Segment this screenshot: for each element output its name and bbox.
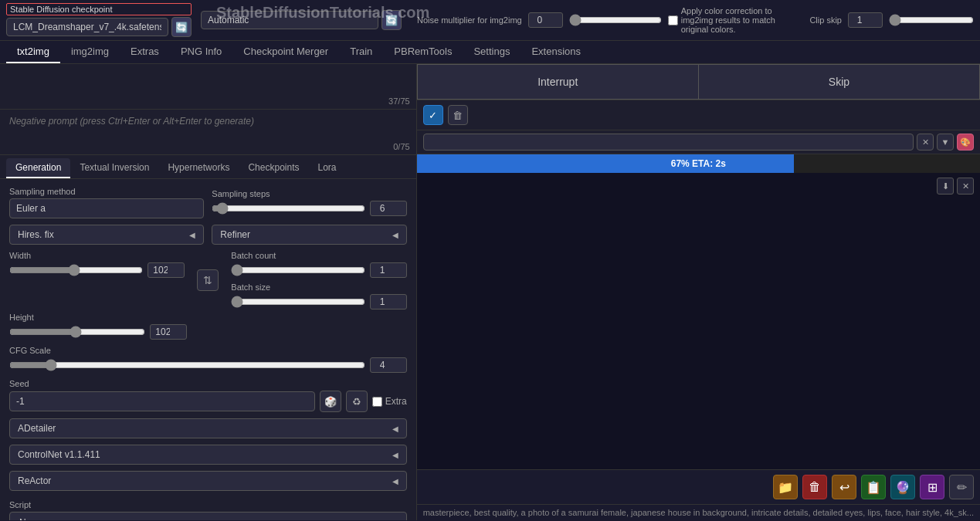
sampling-steps-slider[interactable] [212, 202, 365, 215]
clip-slider[interactable] [889, 14, 974, 26]
gen-tab-hypernetworks[interactable]: Hypernetworks [158, 158, 239, 178]
prompt-textarea[interactable] [0, 64, 416, 107]
tab-checkpoint-merger[interactable]: Checkpoint Merger [232, 41, 339, 63]
edit-btn[interactable]: ✏ [949, 475, 974, 499]
color-clear-btn[interactable]: ✕ [917, 134, 934, 151]
checkpoint-dropdown: LCM_Dreamshaper_v7_.4k.safetensors [84fe… [6, 17, 192, 37]
gen-tab-generation[interactable]: Generation [6, 158, 70, 178]
batch-count-slider[interactable] [231, 264, 365, 276]
checkpoint-refresh-btn[interactable]: 🔄 [171, 17, 192, 37]
tab-extras[interactable]: Extras [120, 41, 170, 63]
batch-size-slider[interactable] [231, 296, 365, 308]
hires-refiner-row: Hires. fix ◀ Refiner ◀ [9, 225, 407, 245]
main-tabs: txt2img img2img Extras PNG Info Checkpoi… [0, 41, 980, 64]
tab-img2img[interactable]: img2img [60, 41, 120, 63]
height-row: Height [9, 313, 407, 340]
clip-label: Clip skip [809, 15, 842, 25]
tab-train[interactable]: Train [339, 41, 383, 63]
undo-btn[interactable]: ↩ [832, 475, 856, 499]
noise-slider[interactable] [569, 14, 662, 26]
cfg-slider-row [9, 357, 407, 373]
sampling-method-label: Sampling method [9, 187, 204, 196]
sampling-steps-col: Sampling steps [212, 189, 406, 216]
width-label: Width [9, 251, 185, 260]
width-slider[interactable] [9, 264, 143, 276]
color-correct-check[interactable]: Apply color correction to img2img result… [668, 6, 798, 34]
noise-input[interactable] [528, 12, 563, 28]
gen-tab-lora[interactable]: Lora [309, 158, 346, 178]
grid-btn[interactable]: ⊞ [920, 475, 944, 499]
width-value[interactable] [148, 262, 185, 278]
open-folder-btn[interactable]: 📁 [773, 475, 798, 499]
skip-button[interactable]: Skip [698, 64, 980, 100]
batch-size-value[interactable] [370, 294, 407, 310]
controlnet-btn[interactable]: ControlNet v1.1.411 ◀ [9, 445, 407, 465]
vae-refresh-btn[interactable]: 🔄 [381, 10, 402, 30]
progress-bar-container: 67% ETA: 2s [417, 154, 980, 173]
height-slider-row [9, 324, 187, 340]
prompt-counter: 37/75 [388, 96, 410, 106]
neg-prompt-textarea[interactable] [0, 110, 416, 152]
width-col: Width [9, 251, 185, 278]
top-bar: Stable Diffusion checkpoint LCM_Dreamsha… [0, 0, 980, 41]
checkpoint-label: Stable Diffusion checkpoint [6, 3, 192, 15]
cfg-label: CFG Scale [9, 346, 407, 355]
progress-bar-fill [417, 154, 795, 173]
canvas-close-btn[interactable]: ✕ [957, 178, 974, 195]
vae-select[interactable]: Automatic [201, 11, 378, 29]
seed-input[interactable] [9, 391, 315, 411]
interrupt-button[interactable]: Interrupt [417, 64, 698, 100]
batch-count-label: Batch count [231, 251, 406, 260]
color-down-btn[interactable]: ▼ [937, 134, 954, 151]
seed-recycle-btn[interactable]: ♻ [346, 391, 368, 412]
batch-col: Batch count Batch size [231, 251, 406, 310]
height-value[interactable] [150, 324, 187, 340]
sampling-row: Sampling method Euler a Sampling steps [9, 187, 407, 218]
color-pick-btn[interactable]: 🎨 [957, 134, 974, 151]
tab-extensions[interactable]: Extensions [521, 41, 592, 63]
magic-btn[interactable]: 🔮 [890, 475, 915, 499]
controlnet-chevron: ◀ [392, 451, 398, 459]
gen-tab-textual-inversion[interactable]: Textual Inversion [70, 158, 158, 178]
batch-count-value[interactable] [370, 262, 407, 278]
refiner-label: Refiner [220, 229, 250, 240]
swap-dimensions-btn[interactable]: ⇅ [197, 269, 219, 291]
trash-icon-btn[interactable]: 🗑 [448, 105, 468, 125]
copy-btn[interactable]: 📋 [861, 475, 886, 499]
refiner-btn[interactable]: Refiner ◀ [212, 225, 406, 245]
color-input[interactable] [423, 134, 914, 151]
clip-input[interactable] [848, 12, 883, 28]
tab-settings[interactable]: Settings [463, 41, 521, 63]
sampling-method-select[interactable]: Euler a [9, 198, 204, 218]
gen-tabs: Generation Textual Inversion Hypernetwor… [0, 158, 416, 179]
batch-size-slider-row [231, 294, 406, 310]
script-select[interactable]: None [9, 512, 407, 520]
noise-label: Noise multiplier for img2img [417, 15, 522, 25]
height-col: Height [9, 313, 187, 340]
cfg-value[interactable] [370, 357, 407, 373]
check-icon-btn[interactable]: ✓ [423, 105, 443, 125]
batch-count-slider-row [231, 262, 406, 278]
height-slider[interactable] [9, 326, 145, 338]
left-panel: 37/75 0/75 Generation Textual Inversion … [0, 64, 417, 520]
adetailer-btn[interactable]: ADetailer ◀ [9, 418, 407, 438]
small-btn-row: ✓ 🗑 [417, 100, 980, 130]
tab-pbremtools[interactable]: PBRemTools [383, 41, 463, 63]
gen-tab-checkpoints[interactable]: Checkpoints [239, 158, 308, 178]
controlnet-label: ControlNet v1.1.411 [18, 449, 100, 460]
tab-txt2img[interactable]: txt2img [6, 41, 60, 63]
extra-checkbox[interactable] [372, 397, 382, 407]
seed-section: Seed 🎲 ♻ Extra [9, 379, 407, 412]
checkpoint-select[interactable]: LCM_Dreamshaper_v7_.4k.safetensors [84fe… [6, 18, 168, 36]
seed-dice-btn[interactable]: 🎲 [320, 391, 341, 412]
canvas-download-btn[interactable]: ⬇ [937, 178, 954, 195]
reactor-btn[interactable]: ReActor ◀ [9, 471, 407, 491]
extra-label: Extra [372, 396, 407, 407]
sampling-steps-value[interactable] [370, 201, 407, 216]
hires-fix-chevron: ◀ [189, 231, 195, 239]
hires-fix-btn[interactable]: Hires. fix ◀ [9, 225, 204, 245]
delete-btn[interactable]: 🗑 [802, 475, 827, 499]
tab-png-info[interactable]: PNG Info [170, 41, 232, 63]
color-correct-checkbox[interactable] [668, 15, 678, 25]
cfg-slider[interactable] [9, 359, 365, 371]
